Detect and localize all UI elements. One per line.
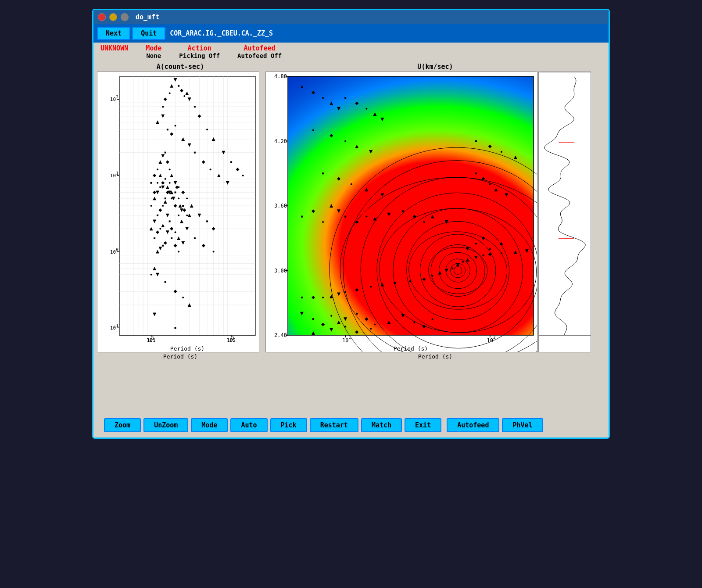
pick-button[interactable]: Pick [270, 418, 307, 432]
mode-label: Mode [146, 44, 161, 52]
main-chart [265, 72, 537, 352]
window-title: do_mft [136, 13, 159, 21]
autofeed-status: Autofeed Autofeed Off [237, 44, 282, 59]
right-chart-title: U(km/sec) [265, 63, 605, 71]
unknown-label: UNKNOWN [100, 44, 128, 52]
app-window: do_mft Next Quit COR_ARAC.IG._CBEU.CA._Z… [92, 9, 610, 439]
auto-button[interactable]: Auto [230, 418, 267, 432]
main-content: A(count-sec) Period (s) U(km/sec) [93, 61, 609, 437]
action-status: Action Picking Off [179, 44, 220, 59]
match-button[interactable]: Match [361, 418, 402, 432]
zoom-button[interactable]: Zoom [104, 418, 141, 432]
maximize-button[interactable] [121, 13, 129, 21]
right-period-label: Period (s) [418, 353, 452, 360]
side-chart [538, 72, 591, 352]
phvel-button[interactable]: PhVel [502, 418, 543, 432]
autofeed-button[interactable]: Autofeed [447, 418, 499, 432]
mode-button[interactable]: Mode [191, 418, 228, 432]
restart-button[interactable]: Restart [310, 418, 358, 432]
bottom-buttons: Zoom UnZoom Mode Auto Pick Restart Match… [97, 415, 605, 436]
autofeed-value: Autofeed Off [237, 52, 282, 59]
unknown-value [112, 52, 116, 59]
action-value: Picking Off [179, 52, 220, 59]
close-button[interactable] [98, 13, 106, 21]
mode-value: None [146, 52, 161, 59]
right-axis-label: Period (s) [265, 353, 605, 360]
title-bar: do_mft [93, 10, 609, 24]
status-bar: UNKNOWN Mode None Action Picking Off Aut… [93, 43, 609, 61]
toolbar: Next Quit COR_ARAC.IG._CBEU.CA._ZZ_S [93, 24, 609, 43]
next-button[interactable]: Next [97, 27, 130, 40]
left-period-label: Period (s) [163, 353, 197, 360]
mode-status: Mode None [146, 44, 161, 59]
right-charts [265, 72, 605, 352]
left-axis-label: Period (s) [97, 353, 264, 360]
station-label: COR_ARAC.IG._CBEU.CA._ZZ_S [170, 29, 273, 37]
autofeed-label: Autofeed [244, 44, 276, 52]
left-chart-title: A(count-sec) [97, 63, 264, 71]
right-chart-container: U(km/sec) Period (s) [265, 63, 605, 415]
minimize-button[interactable] [109, 13, 117, 21]
exit-button[interactable]: Exit [405, 418, 441, 432]
action-label: Action [188, 44, 211, 52]
left-chart [97, 72, 259, 352]
charts-area: A(count-sec) Period (s) U(km/sec) [97, 63, 605, 415]
left-chart-container: A(count-sec) Period (s) [97, 63, 264, 415]
unknown-status: UNKNOWN [100, 44, 128, 59]
unzoom-button[interactable]: UnZoom [143, 418, 188, 432]
quit-button[interactable]: Quit [132, 27, 165, 40]
